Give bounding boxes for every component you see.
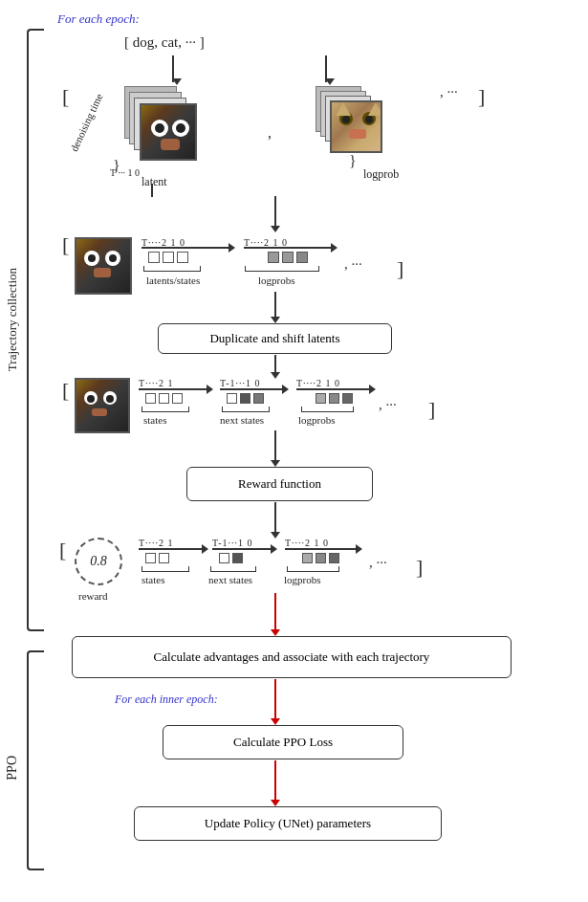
ws3 bbox=[177, 252, 188, 263]
token-list: [ dog, cat, ··· ] bbox=[124, 34, 205, 51]
diagram-container: For each epoch: Trajectory collection PP… bbox=[0, 0, 588, 902]
ws2 bbox=[163, 252, 174, 263]
arrow-from-reward bbox=[274, 502, 276, 536]
arrowhead-to-dup bbox=[271, 317, 280, 323]
latent-label: latent bbox=[142, 175, 167, 189]
timeline-row4-states bbox=[139, 388, 210, 390]
bracket-open-row2: [ bbox=[62, 84, 69, 109]
reward-function-box: Reward function bbox=[186, 467, 373, 501]
dog-image-row4 bbox=[75, 378, 130, 433]
logprobs-label-row3: logprobs bbox=[258, 275, 295, 286]
reward-logprobs-label: logprobs bbox=[284, 574, 321, 585]
t-labels-row5-logprobs: T····2 1 0 bbox=[285, 538, 329, 548]
duplicate-shift-box: Duplicate and shift latents bbox=[158, 323, 392, 354]
timeline-row5-states bbox=[139, 548, 206, 550]
red-arrowhead-to-ppo bbox=[271, 718, 280, 725]
t-labels-row5-next: T-1···1 0 bbox=[212, 538, 253, 548]
tl-arrowhead-row5-logprobs bbox=[356, 544, 362, 554]
timeline-arrowhead-1 bbox=[229, 243, 235, 253]
update-policy-box: Update Policy (UNet) parameters bbox=[134, 806, 442, 841]
ws-r-ns1 bbox=[219, 553, 229, 563]
underbrace-reward-next bbox=[210, 566, 256, 572]
gs-r-lp2 bbox=[316, 553, 326, 563]
red-arrowhead-to-calc bbox=[271, 629, 280, 636]
ws-st3 bbox=[172, 393, 183, 404]
bracket-open-row3: [ bbox=[62, 232, 69, 257]
tl-arrowhead-row5-next bbox=[271, 544, 277, 554]
calc-advantages-box: Calculate advantages and associate with … bbox=[72, 636, 512, 678]
ws-ns1 bbox=[227, 393, 237, 404]
bracket-open-row4: [ bbox=[62, 378, 69, 403]
underbrace-reward-logprobs bbox=[287, 566, 339, 572]
gs-lp1 bbox=[316, 393, 326, 404]
arrowhead-to-reward bbox=[271, 460, 280, 467]
latents-states-label: latents/states bbox=[146, 275, 200, 286]
red-arrow-to-calc bbox=[274, 593, 276, 633]
curly-dog: } bbox=[113, 158, 120, 175]
gs-r-lp3 bbox=[329, 553, 339, 563]
cat-image bbox=[330, 100, 382, 153]
t-labels-row4-next: T-1···1 0 bbox=[220, 378, 261, 388]
ws1 bbox=[148, 252, 160, 263]
tl-arrowhead-row4-next bbox=[282, 385, 289, 394]
curly-cat: } bbox=[349, 153, 357, 170]
bracket-close-row4: ] bbox=[428, 397, 435, 422]
trajectory-collection-label: Trajectory collection bbox=[5, 268, 20, 371]
ws-st2 bbox=[159, 393, 169, 404]
underbrace-latents bbox=[143, 266, 201, 272]
arrowhead-from-reward bbox=[271, 532, 280, 539]
ws-ns3 bbox=[253, 393, 264, 404]
dog-image-row3 bbox=[75, 237, 132, 295]
denoising-time-label: denoising time bbox=[68, 92, 104, 153]
underbrace-next-states bbox=[222, 407, 270, 412]
dog-image bbox=[140, 103, 197, 161]
timeline-row4-logprobs bbox=[296, 388, 373, 390]
t-labels-row4-logprobs: T····2 1 0 bbox=[296, 378, 340, 388]
bracket-close2-row2: ] bbox=[478, 84, 485, 109]
red-arrow-to-ppo bbox=[274, 679, 276, 722]
bracket-close-row3: ] bbox=[397, 256, 403, 281]
reward-circle: 0.8 bbox=[75, 538, 122, 585]
comma-row3: , ··· bbox=[344, 256, 362, 273]
for-inner-epoch-label: For each inner epoch: bbox=[115, 693, 218, 707]
t-labels-row5-states: T····2 1 bbox=[139, 538, 174, 548]
timeline-arrowhead-2 bbox=[331, 243, 338, 253]
underbrace-logprobs-row4 bbox=[301, 407, 354, 412]
tl-arrowhead-row4-states bbox=[207, 385, 213, 394]
gs2 bbox=[282, 252, 294, 263]
timeline-row5-next bbox=[212, 548, 274, 550]
arrow-to-row3 bbox=[274, 196, 276, 230]
comma-row5: , ··· bbox=[369, 555, 387, 571]
reward-next-states-label: next states bbox=[208, 574, 252, 585]
comma-row4: , ··· bbox=[379, 397, 397, 413]
timeline-row5-logprobs bbox=[285, 548, 359, 550]
states-label-row4: states bbox=[143, 414, 166, 426]
comma-row2: , bbox=[268, 124, 272, 142]
reward-label: reward bbox=[78, 590, 108, 602]
ws-ns2 bbox=[240, 393, 250, 404]
tl-arrowhead-row5-states bbox=[202, 544, 208, 554]
tl-arrowhead-row4-logprobs bbox=[369, 385, 376, 394]
t-labels-row4-states: T····2 1 bbox=[139, 378, 174, 388]
arrowhead-token-cat bbox=[325, 78, 335, 85]
bracket-open-row5: [ bbox=[59, 538, 66, 562]
gs1 bbox=[268, 252, 279, 263]
underbrace-reward-states bbox=[142, 566, 189, 572]
arrowhead-token-dog bbox=[172, 78, 182, 85]
ws-r-st2 bbox=[159, 553, 169, 563]
arrowhead-from-dup bbox=[271, 372, 280, 379]
arrowhead-to-row3 bbox=[271, 226, 280, 232]
timeline-row4-next bbox=[220, 388, 285, 390]
trajectory-collection-bracket bbox=[27, 29, 44, 631]
logprobs-label-row4: logprobs bbox=[298, 414, 336, 426]
underbrace-states bbox=[142, 407, 189, 412]
bracket-close-row2: , ··· bbox=[440, 84, 458, 100]
timeline-row3-2 bbox=[244, 247, 335, 249]
bracket-close-row5: ] bbox=[416, 555, 423, 580]
for-each-epoch-label: For each epoch: bbox=[57, 11, 140, 27]
arrow-to-reward bbox=[274, 430, 276, 464]
timeline-row3-1 bbox=[142, 247, 232, 249]
red-arrowhead-to-update bbox=[271, 800, 280, 806]
ws-r-st1 bbox=[145, 553, 156, 563]
underbrace-logprobs bbox=[245, 266, 319, 272]
